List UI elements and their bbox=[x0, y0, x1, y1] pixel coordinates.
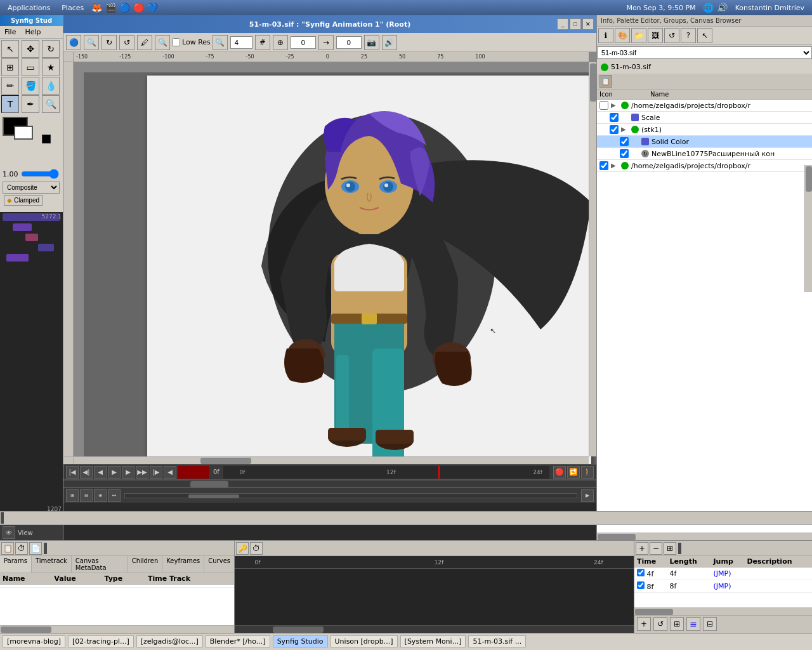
kf-0-check[interactable] bbox=[637, 569, 645, 576]
layer-item-5[interactable]: ▶ /home/zelgadis/projects/dropbox/r bbox=[597, 160, 812, 172]
timetrack-icon[interactable]: ⏱ bbox=[15, 542, 28, 555]
grid-btn[interactable]: # bbox=[255, 35, 270, 50]
status-unison[interactable]: Unison [dropb...] bbox=[331, 635, 398, 647]
kf-action-5[interactable]: ⊟ bbox=[703, 617, 717, 631]
layer-4-checkbox[interactable] bbox=[620, 149, 629, 158]
background-color[interactable] bbox=[14, 126, 33, 140]
canvas-tool-5[interactable]: 🖊 bbox=[137, 35, 152, 50]
close-handle[interactable] bbox=[44, 543, 47, 554]
kf-add-btn[interactable]: + bbox=[636, 542, 648, 555]
kf-action-4[interactable]: ≡ bbox=[686, 617, 700, 631]
opacity-slider[interactable] bbox=[21, 169, 59, 179]
layer-3-checkbox[interactable] bbox=[620, 137, 629, 146]
tl-nav-5[interactable]: ▶ bbox=[581, 489, 594, 502]
kf-action-1[interactable]: + bbox=[637, 617, 651, 631]
play-button[interactable]: ▶ bbox=[108, 466, 121, 479]
status-sysmon[interactable]: [System Moni...] bbox=[400, 635, 466, 647]
file-selector[interactable]: 51-m-03.sif bbox=[597, 46, 812, 59]
timeline-btn-5[interactable]: ▶ bbox=[122, 466, 134, 479]
kf-del-btn[interactable]: − bbox=[650, 542, 662, 555]
blend-mode-select[interactable]: Composite bbox=[3, 182, 60, 194]
cursor-btn[interactable]: ↖ bbox=[697, 28, 712, 43]
panel-resize-handle[interactable] bbox=[1, 512, 4, 524]
params-hscroll[interactable] bbox=[0, 625, 234, 633]
kf-hscroll[interactable] bbox=[634, 607, 812, 615]
onion-btn[interactable]: ⊕ bbox=[273, 35, 288, 50]
record-btn[interactable]: 🔴 bbox=[553, 466, 566, 479]
layer-item-1[interactable]: ▶ Scale bbox=[597, 112, 812, 124]
layer-5-checkbox[interactable] bbox=[599, 161, 608, 170]
kf-row-0[interactable]: 4f 4f (JMP) bbox=[634, 567, 812, 580]
params-icon[interactable]: 📋 bbox=[1, 542, 14, 555]
tl-nav-2[interactable]: ⊟ bbox=[80, 489, 93, 502]
tab-children[interactable]: Children bbox=[128, 556, 163, 573]
tl-nav-4[interactable]: ↔ bbox=[108, 489, 121, 502]
playhead[interactable] bbox=[438, 466, 440, 479]
canvas-tool-4[interactable]: ↺ bbox=[119, 35, 134, 50]
kf-action-3[interactable]: ⊞ bbox=[670, 617, 684, 631]
app-icon-3[interactable]: 💙 bbox=[146, 1, 159, 14]
layer-item-0[interactable]: ▶ /home/zelgadis/projects/dropbox/r bbox=[597, 100, 812, 112]
tab-curves[interactable]: Curves bbox=[204, 556, 234, 573]
minimize-button[interactable]: _ bbox=[557, 18, 568, 30]
eyedrop-tool[interactable]: 💧 bbox=[42, 77, 60, 95]
sound-btn[interactable]: 🔊 bbox=[382, 35, 397, 50]
smooth-move-tool[interactable]: ✥ bbox=[22, 40, 39, 58]
status-morevna[interactable]: [morevna-blog] bbox=[3, 635, 65, 647]
arrow-btn[interactable]: → bbox=[318, 35, 334, 50]
status-synfig[interactable]: Synfig Studio bbox=[273, 635, 328, 647]
timeline-btn-3[interactable]: ◀ bbox=[94, 466, 107, 479]
star-tool[interactable]: ★ bbox=[42, 58, 60, 76]
scale-tool[interactable]: ⊞ bbox=[1, 58, 19, 76]
volume-icon[interactable]: 🔊 bbox=[716, 1, 729, 14]
tab-timetrack[interactable]: Timetrack bbox=[32, 556, 72, 573]
canvas-tool-1[interactable]: 🔵 bbox=[66, 35, 81, 50]
kf-close-handle[interactable] bbox=[678, 543, 681, 554]
timeline-btn-2[interactable]: ◀| bbox=[80, 466, 93, 479]
rectangle-tool[interactable]: ▭ bbox=[22, 58, 39, 76]
vertical-scrollbar[interactable] bbox=[589, 62, 596, 456]
close-button[interactable]: ✕ bbox=[582, 18, 594, 30]
tl-nav-3[interactable]: ⊕ bbox=[94, 489, 107, 502]
text-tool[interactable]: T bbox=[1, 95, 19, 113]
layers-hscroll[interactable] bbox=[597, 533, 812, 540]
help-menu[interactable]: Help bbox=[23, 27, 43, 37]
zoom-tool[interactable]: 🔍 bbox=[42, 95, 60, 113]
timeline-btn-1[interactable]: |◀ bbox=[66, 466, 79, 479]
status-zelgadis[interactable]: [zelgadis@loc...] bbox=[136, 635, 203, 647]
maximize-button[interactable]: □ bbox=[570, 18, 581, 30]
tab-params[interactable]: Params bbox=[0, 556, 32, 573]
magnify-btn[interactable]: 🔍 bbox=[155, 35, 170, 50]
tt-icon2[interactable]: ⏱ bbox=[250, 542, 263, 555]
palette-btn[interactable]: 🎨 bbox=[615, 28, 630, 43]
kf-1-check[interactable] bbox=[637, 581, 645, 589]
timeline-hscroll[interactable] bbox=[63, 480, 596, 488]
zoom-out-btn[interactable]: 🔍 bbox=[213, 35, 228, 50]
layers-tool-1[interactable]: 📋 bbox=[599, 75, 612, 88]
canvas-drawing-area[interactable]: ↖ bbox=[84, 72, 596, 464]
app-icon-2[interactable]: 🔴 bbox=[132, 1, 145, 14]
pen-tool[interactable]: ✏ bbox=[1, 77, 19, 95]
places-menu[interactable]: Places bbox=[56, 3, 89, 13]
kf-0-jump[interactable]: (JMP) bbox=[711, 567, 745, 580]
person-btn[interactable]: 🚶 bbox=[581, 466, 594, 479]
layer-0-expand[interactable]: ▶ bbox=[611, 102, 619, 109]
canvas-meta-icon[interactable]: 📄 bbox=[29, 542, 42, 555]
canvas-tool-3[interactable]: ↻ bbox=[102, 35, 117, 50]
groups-btn[interactable]: 📁 bbox=[631, 28, 646, 43]
timeline-btn-7[interactable]: |▶ bbox=[150, 466, 162, 479]
view-icon[interactable]: 👁 bbox=[3, 526, 15, 539]
layers-vscroll[interactable] bbox=[804, 165, 812, 292]
status-file[interactable]: 51-m-03.sif ... bbox=[468, 635, 526, 647]
refresh-btn[interactable]: ↺ bbox=[664, 28, 679, 43]
tab-canvas-metadata[interactable]: Canvas MetaData bbox=[72, 556, 128, 573]
coord-x[interactable] bbox=[291, 36, 316, 49]
firefox-icon[interactable]: 🦊 bbox=[90, 1, 103, 14]
tl-nav-1[interactable]: ⊞ bbox=[66, 489, 79, 502]
layer-1-checkbox[interactable] bbox=[610, 113, 619, 122]
status-tracing[interactable]: [02-tracing-pl...] bbox=[68, 635, 134, 647]
root-canvas-item[interactable]: 51-m-03.sif bbox=[597, 60, 812, 74]
clamped-button[interactable]: ◆ Clamped bbox=[4, 195, 43, 206]
info-btn[interactable]: ℹ bbox=[598, 28, 613, 43]
layer-2-expand[interactable]: ▶ bbox=[621, 126, 629, 133]
